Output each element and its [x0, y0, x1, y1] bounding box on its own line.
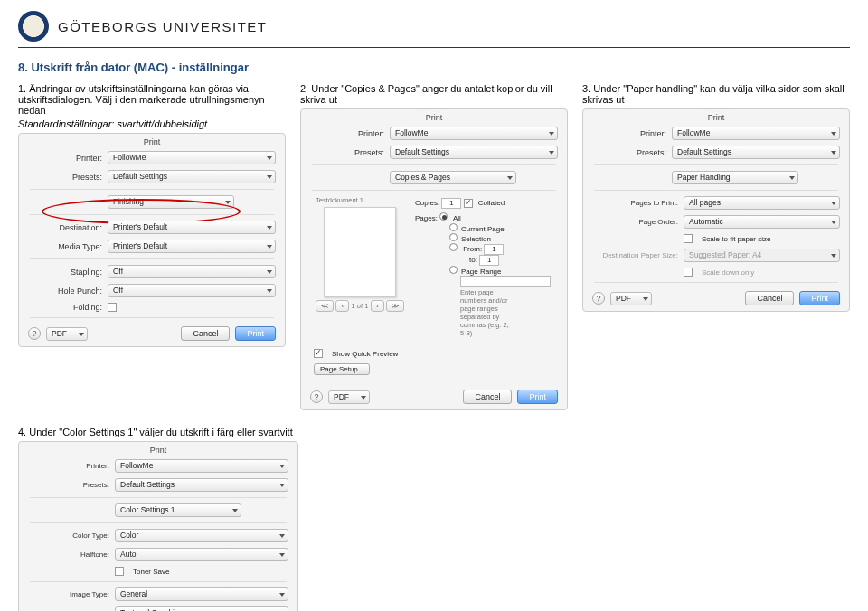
- hole-punch-select[interactable]: Off: [108, 284, 276, 297]
- presets-select[interactable]: Default Settings: [115, 478, 288, 492]
- col1-text: 1. Ändringar av utskriftsinställningarna…: [18, 83, 286, 116]
- instruction-columns: 1. Ändringar av utskriftsinställningarna…: [18, 83, 850, 410]
- range-hint: Enter page numbers and/or page ranges se…: [460, 288, 514, 337]
- presets-select[interactable]: Default Settings: [672, 146, 840, 159]
- section-select-paper[interactable]: Paper Handling: [672, 171, 798, 184]
- image-type-select[interactable]: General: [115, 588, 288, 601]
- destination-select[interactable]: Printer's Default: [108, 221, 276, 234]
- print-button[interactable]: Print: [517, 390, 558, 404]
- help-button[interactable]: ?: [310, 390, 323, 403]
- dialog-title: Print: [19, 442, 297, 456]
- university-logo: [18, 11, 49, 42]
- help-button[interactable]: ?: [592, 292, 605, 305]
- section-select-copies[interactable]: Copies & Pages: [390, 171, 516, 184]
- cancel-button[interactable]: Cancel: [463, 390, 512, 404]
- printer-select[interactable]: FollowMe: [672, 127, 840, 140]
- color-type-label: Color Type:: [28, 531, 109, 540]
- presets-label: Presets:: [310, 148, 384, 157]
- destination-label: Destination:: [28, 223, 102, 232]
- pdf-menu[interactable]: PDF: [328, 390, 370, 404]
- col2-text: 2. Under "Copies & Pages" anger du antal…: [300, 83, 568, 105]
- from-input[interactable]: 1: [484, 244, 504, 255]
- collated-checkbox[interactable]: [464, 199, 473, 208]
- pdf-menu[interactable]: PDF: [46, 327, 88, 341]
- copies-label: Copies:: [415, 199, 439, 207]
- pdf-menu[interactable]: PDF: [610, 292, 652, 306]
- scale-down-checkbox[interactable]: [684, 268, 693, 277]
- stapling-select[interactable]: Off: [108, 265, 276, 278]
- radio-all[interactable]: [439, 212, 448, 221]
- collated-label: Collated: [478, 199, 505, 207]
- nav-next-icon[interactable]: ›: [371, 300, 384, 312]
- radio-selection[interactable]: [449, 233, 458, 241]
- nav-first-icon[interactable]: ≪: [316, 300, 334, 312]
- page-order-select[interactable]: Automatic: [684, 215, 840, 229]
- dialog-title: Print: [583, 109, 849, 124]
- to-input[interactable]: 1: [479, 255, 499, 266]
- cancel-button[interactable]: Cancel: [745, 291, 794, 306]
- printer-select[interactable]: FollowMe: [390, 127, 558, 140]
- nav-prev-icon[interactable]: ‹: [335, 300, 349, 312]
- col3-text: 3. Under "Paper handling" kan du välja v…: [582, 83, 850, 105]
- section-select-finishing[interactable]: Finishing: [108, 195, 234, 209]
- toner-save-checkbox[interactable]: [115, 567, 124, 576]
- presets-label: Presets:: [28, 173, 102, 182]
- print-button[interactable]: Print: [235, 326, 276, 341]
- halftone-label: Halftone:: [28, 550, 109, 559]
- section-select-color[interactable]: Color Settings 1: [115, 503, 241, 517]
- column-3: 3. Under "Paper handling" kan du välja v…: [582, 83, 850, 410]
- color-type-select[interactable]: Color: [115, 529, 288, 542]
- image-type-label: Image Type:: [28, 590, 109, 598]
- media-type-select[interactable]: Printer's Default: [108, 240, 276, 253]
- pages-to-print-select[interactable]: All pages: [684, 196, 840, 210]
- halftone-select[interactable]: Auto: [115, 548, 288, 561]
- copies-options: Copies: 1 Collated Pages: All Current Pa…: [415, 196, 558, 337]
- printer-select[interactable]: FollowMe: [108, 151, 276, 164]
- section-title: 8. Utskrift från dator (MAC) - inställni…: [18, 61, 850, 74]
- printer-label: Printer:: [592, 129, 666, 138]
- printer-label: Printer:: [310, 129, 384, 138]
- copies-input[interactable]: 1: [441, 198, 461, 209]
- media-type-label: Media Type:: [28, 242, 102, 251]
- show-preview-checkbox[interactable]: [314, 349, 323, 358]
- range-input[interactable]: [460, 276, 551, 287]
- print-dialog-copies-pages: Print Printer: FollowMe Presets: Default…: [300, 108, 568, 410]
- printer-label: Printer:: [28, 154, 102, 163]
- dialog-title: Print: [19, 134, 285, 148]
- black-overprint-select[interactable]: Text and Graphics: [115, 606, 288, 611]
- presets-select[interactable]: Default Settings: [108, 170, 276, 183]
- section4-text: 4. Under "Color Settings 1" väljer du ut…: [18, 427, 298, 437]
- thumb-caption: Testdokument 1: [310, 196, 410, 204]
- print-dialog-color-settings: Print Printer: FollowMe Presets: Default…: [18, 441, 298, 611]
- folding-label: Folding:: [28, 303, 102, 312]
- document-header: GÖTEBORGS UNIVERSITET: [18, 11, 850, 48]
- radio-range[interactable]: [449, 266, 458, 274]
- nav-last-icon[interactable]: ≫: [386, 300, 404, 312]
- pages-to-print-label: Pages to Print:: [592, 199, 678, 207]
- presets-label: Presets:: [28, 481, 109, 489]
- cancel-button[interactable]: Cancel: [181, 326, 230, 341]
- dest-paper-label: Destination Paper Size:: [592, 251, 678, 259]
- stapling-label: Stapling:: [28, 268, 102, 277]
- printer-label: Printer:: [28, 462, 109, 470]
- print-dialog-finishing: Print Printer: FollowMe Presets: Default…: [18, 133, 286, 347]
- help-button[interactable]: ?: [28, 327, 41, 340]
- col1-italic: Standardinställningar: svartvitt/dubbels…: [18, 118, 286, 129]
- scale-fit-checkbox[interactable]: [684, 234, 693, 243]
- presets-select[interactable]: Default Settings: [390, 146, 558, 159]
- university-name: GÖTEBORGS UNIVERSITET: [58, 19, 268, 34]
- page-order-label: Page Order:: [592, 218, 678, 226]
- section-4: 4. Under "Color Settings 1" väljer du ut…: [18, 427, 298, 611]
- folding-checkbox[interactable]: [108, 303, 117, 312]
- printer-select[interactable]: FollowMe: [115, 459, 288, 473]
- preview-pane: Testdokument 1 ≪ ‹ 1 of 1 › ≫: [310, 196, 410, 310]
- pages-label: Pages:: [415, 214, 438, 222]
- print-button[interactable]: Print: [799, 291, 840, 306]
- column-1: 1. Ändringar av utskriftsinställningarna…: [18, 83, 286, 410]
- page-setup-button[interactable]: Page Setup...: [314, 363, 370, 375]
- radio-from[interactable]: [449, 243, 458, 251]
- radio-current[interactable]: [449, 223, 458, 231]
- nav-page-of: 1 of 1: [352, 302, 369, 310]
- page-thumbnail: [324, 207, 396, 297]
- dest-paper-select: Suggested Paper: A4: [684, 249, 840, 262]
